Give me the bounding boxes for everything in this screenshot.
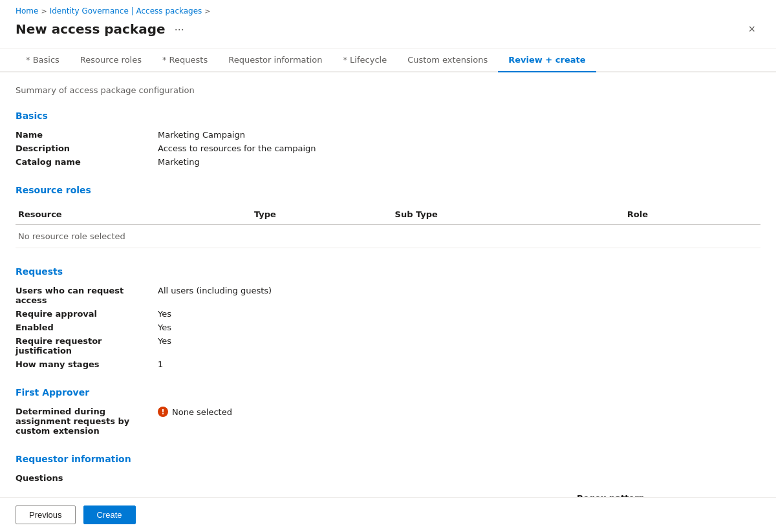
resource-roles-section-title: Resource roles <box>16 185 760 195</box>
page-title-row: New access package ··· × <box>16 21 760 37</box>
footer: Previous Create <box>0 497 776 532</box>
questions-col-regex: Regex pattern (Preview) <box>574 488 686 497</box>
section-requests: Requests Users who can request access Al… <box>16 266 760 369</box>
create-button[interactable]: Create <box>83 505 136 524</box>
summary-text: Summary of access package configuration <box>16 85 760 95</box>
page-title-text: New access package <box>16 21 166 37</box>
breadcrumb-home[interactable]: Home <box>16 6 38 16</box>
basics-catalog-label: Catalog name <box>16 157 158 167</box>
section-requestor-information: Requestor information Questions Question… <box>16 454 760 497</box>
resource-roles-table: Resource Type Sub Type Role No resource … <box>16 204 760 248</box>
close-button[interactable]: × <box>743 21 760 37</box>
requests-approval-row: Require approval Yes <box>16 309 760 319</box>
basics-name-value: Marketing Campaign <box>158 130 760 140</box>
requests-users-row: Users who can request access All users (… <box>16 286 760 305</box>
col-type: Type <box>252 204 393 225</box>
requests-stages-label: How many stages <box>16 359 158 369</box>
header: Home > Identity Governance | Access pack… <box>0 0 776 48</box>
basics-catalog-row: Catalog name Marketing <box>16 157 760 167</box>
basics-name-row: Name Marketing Campaign <box>16 130 760 140</box>
table-row-empty: No resource role selected <box>16 225 760 248</box>
requests-stages-value: 1 <box>158 359 760 369</box>
main-content: Summary of access package configuration … <box>0 72 776 497</box>
tab-resource-roles[interactable]: Resource roles <box>70 48 152 71</box>
requests-justification-row: Require requestor justification Yes <box>16 336 760 356</box>
tab-lifecycle[interactable]: * Lifecycle <box>332 48 397 71</box>
col-role: Role <box>625 204 760 225</box>
col-resource: Resource <box>16 204 252 225</box>
requests-enabled-value: Yes <box>158 323 760 332</box>
requests-enabled-row: Enabled Yes <box>16 323 760 332</box>
page-container: Home > Identity Governance | Access pack… <box>0 0 776 532</box>
basics-name-label: Name <box>16 130 158 140</box>
requests-users-value: All users (including guests) <box>158 286 760 295</box>
questions-label: Questions <box>16 473 760 483</box>
first-approver-field-row: Determined during assignment requests by… <box>16 407 760 436</box>
tab-requestor-information[interactable]: Requestor information <box>218 48 332 71</box>
questions-col-required: Required <box>686 488 760 497</box>
questions-table: Question Answer format Multiple choice o… <box>16 488 760 497</box>
tab-requests[interactable]: * Requests <box>152 48 218 71</box>
requestor-info-section-title: Requestor information <box>16 454 760 464</box>
no-resource-message: No resource role selected <box>16 225 760 248</box>
previous-button[interactable]: Previous <box>16 505 76 524</box>
section-basics: Basics Name Marketing Campaign Descripti… <box>16 111 760 167</box>
requests-enabled-label: Enabled <box>16 323 158 332</box>
requests-stages-row: How many stages 1 <box>16 359 760 369</box>
section-resource-roles: Resource roles Resource Type Sub Type Ro… <box>16 185 760 248</box>
questions-col-answer-format: Answer format <box>276 488 425 497</box>
requests-justification-label: Require requestor justification <box>16 336 158 356</box>
first-approver-value-row: ! None selected <box>158 407 760 417</box>
requests-justification-value: Yes <box>158 336 760 346</box>
basics-description-label: Description <box>16 144 158 153</box>
requests-approval-label: Require approval <box>16 309 158 319</box>
tab-review-create[interactable]: Review + create <box>498 48 596 71</box>
section-first-approver: First Approver Determined during assignm… <box>16 387 760 436</box>
basics-section-title: Basics <box>16 111 760 121</box>
breadcrumb: Home > Identity Governance | Access pack… <box>16 6 760 16</box>
ellipsis-button[interactable]: ··· <box>171 21 188 37</box>
breadcrumb-sep1: > <box>41 7 47 16</box>
first-approver-value: None selected <box>172 407 232 417</box>
first-approver-section-title: First Approver <box>16 387 760 398</box>
breadcrumb-sep2: > <box>204 7 210 16</box>
requests-section-title: Requests <box>16 266 760 277</box>
requests-approval-value: Yes <box>158 309 760 319</box>
basics-catalog-value: Marketing <box>158 157 760 167</box>
page-title: New access package ··· <box>16 21 188 37</box>
basics-description-row: Description Access to resources for the … <box>16 144 760 153</box>
col-subtype: Sub Type <box>393 204 625 225</box>
questions-col-multiple-choice: Multiple choice options <box>426 488 574 497</box>
first-approver-label: Determined during assignment requests by… <box>16 407 158 436</box>
questions-col-question: Question <box>16 488 276 497</box>
basics-description-value: Access to resources for the campaign <box>158 144 760 153</box>
warning-icon: ! <box>158 407 168 417</box>
tab-basics[interactable]: * Basics <box>16 48 70 71</box>
breadcrumb-identity-governance[interactable]: Identity Governance | Access packages <box>50 6 202 16</box>
requests-users-label: Users who can request access <box>16 286 158 305</box>
tab-custom-extensions[interactable]: Custom extensions <box>397 48 498 71</box>
tabs-container: * Basics Resource roles * Requests Reque… <box>0 48 776 72</box>
